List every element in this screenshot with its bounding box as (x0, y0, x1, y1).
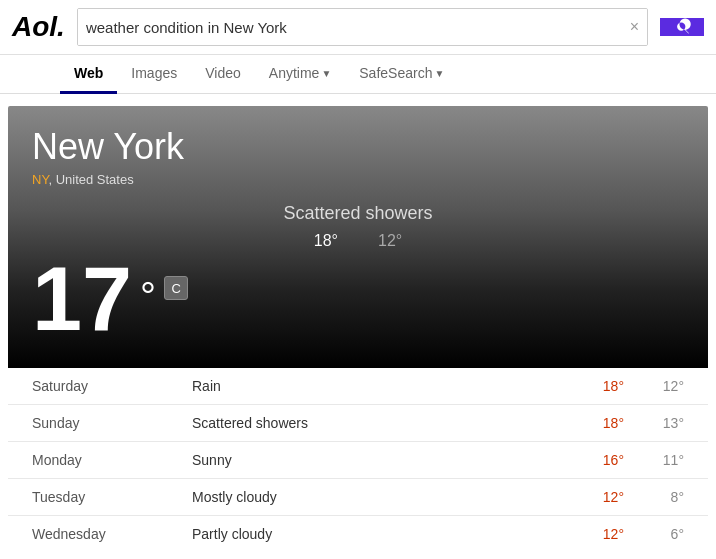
temp-high: 18° (314, 232, 338, 250)
forecast-low: 8° (624, 489, 684, 505)
forecast-low: 11° (624, 452, 684, 468)
country-label: United States (56, 172, 134, 187)
state-label: NY (32, 172, 48, 187)
forecast-day: Wednesday (32, 526, 192, 542)
forecast-row: Sunday Scattered showers 18° 13° (8, 405, 708, 442)
forecast-row: Wednesday Partly cloudy 12° 6° (8, 516, 708, 552)
aol-logo: Aol. (12, 11, 65, 43)
unit-toggle-button[interactable]: C (164, 276, 188, 300)
search-button[interactable] (660, 18, 704, 36)
city-subtitle: NY, United States (32, 172, 684, 187)
forecast-condition: Scattered showers (192, 415, 564, 431)
header: Aol. × (0, 0, 716, 55)
city-name: New York (32, 126, 684, 168)
forecast-high: 12° (564, 526, 624, 542)
forecast-high: 12° (564, 489, 624, 505)
forecast-day: Sunday (32, 415, 192, 431)
forecast-day: Tuesday (32, 489, 192, 505)
forecast-row: Tuesday Mostly cloudy 12° 8° (8, 479, 708, 516)
tab-web[interactable]: Web (60, 55, 117, 94)
forecast-high: 18° (564, 415, 624, 431)
forecast-high: 16° (564, 452, 624, 468)
forecast-high: 18° (564, 378, 624, 394)
search-icon (673, 18, 691, 36)
nav-tabs: Web Images Video Anytime ▼ SafeSearch ▼ (0, 55, 716, 94)
forecast-row: Monday Sunny 16° 11° (8, 442, 708, 479)
forecast-list: Saturday Rain 18° 12° Sunday Scattered s… (8, 368, 708, 552)
forecast-condition: Mostly cloudy (192, 489, 564, 505)
temp-range: 18° 12° (32, 232, 684, 250)
chevron-down-icon: ▼ (321, 68, 331, 79)
temp-low: 12° (378, 232, 402, 250)
forecast-day: Saturday (32, 378, 192, 394)
search-input[interactable] (78, 9, 622, 45)
forecast-condition: Sunny (192, 452, 564, 468)
search-bar: × (77, 8, 648, 46)
tab-video[interactable]: Video (191, 55, 255, 94)
search-clear-button[interactable]: × (622, 9, 647, 45)
forecast-low: 13° (624, 415, 684, 431)
chevron-down-icon: ▼ (434, 68, 444, 79)
weather-card: New York NY, United States Scattered sho… (8, 106, 708, 552)
forecast-condition: Rain (192, 378, 564, 394)
tab-safesearch[interactable]: SafeSearch ▼ (345, 55, 458, 94)
forecast-condition: Partly cloudy (192, 526, 564, 542)
current-temp-row: 17 ° C (32, 254, 684, 344)
tab-anytime[interactable]: Anytime ▼ (255, 55, 345, 94)
weather-condition: Scattered showers (32, 203, 684, 224)
weather-header: New York NY, United States Scattered sho… (8, 106, 708, 368)
current-temp: 17 (32, 254, 132, 344)
tab-images[interactable]: Images (117, 55, 191, 94)
forecast-low: 6° (624, 526, 684, 542)
forecast-low: 12° (624, 378, 684, 394)
degree-symbol: ° (140, 274, 156, 319)
forecast-day: Monday (32, 452, 192, 468)
forecast-row: Saturday Rain 18° 12° (8, 368, 708, 405)
